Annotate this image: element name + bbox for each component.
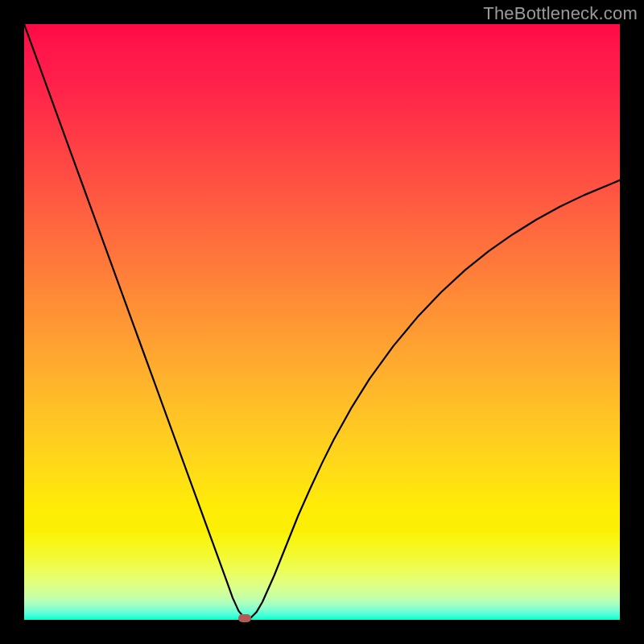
curve-overlay [24,24,620,620]
watermark-text: TheBottleneck.com [483,3,638,24]
chart-frame: TheBottleneck.com [0,0,644,644]
bottleneck-curve [24,24,620,618]
bottleneck-marker [238,614,251,622]
